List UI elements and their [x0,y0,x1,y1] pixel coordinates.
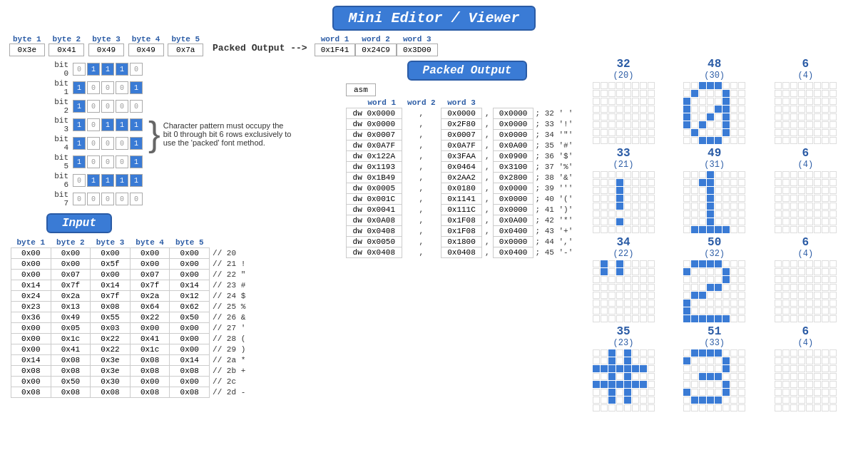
bit-cell-1-4[interactable]: 1 [130,81,143,94]
bit-cell-6-3[interactable]: 1 [116,174,128,187]
pixel-10-31 [738,373,745,380]
pixel-4-37 [723,203,730,210]
bit-cell-2-2[interactable]: 0 [101,100,114,113]
input-col-1: byte 2 [51,237,91,248]
bit-cell-5-1[interactable]: 0 [87,155,100,168]
pixel-7-27 [707,284,714,291]
pixel-grid-1 [683,82,745,144]
pixel-1-53 [723,129,730,136]
input-cell-3-3: 0x7f [130,280,170,291]
bit-cell-6-2[interactable]: 1 [101,174,114,187]
pixel-3-20 [624,187,631,194]
bit-cell-7-3[interactable]: 0 [116,193,128,205]
pixel-10-8 [683,357,690,364]
pixel-11-38 [822,381,829,388]
bit-cell-0-1[interactable]: 1 [87,63,100,76]
bit-cell-3-4[interactable]: 1 [130,118,143,131]
pixel-2-53 [814,129,821,136]
pixel-5-24 [775,195,782,202]
pixel-3-18 [608,187,616,194]
input-cell-13-2: 0x08 [91,387,131,398]
bit-cell-7-2[interactable]: 0 [101,193,114,205]
bit-cell-7-4[interactable]: 0 [130,193,143,205]
pixel-11-55 [829,397,837,404]
bit-cell-1-0[interactable]: 1 [73,81,86,94]
asm-tab[interactable]: asm [346,83,376,96]
bit-cell-4-0[interactable]: 1 [73,137,86,150]
pixel-4-59 [707,226,714,233]
bit-cell-4-4[interactable]: 1 [130,137,143,150]
bit-cell-1-1[interactable]: 0 [87,81,100,94]
pixel-1-28 [715,106,722,113]
pixel-5-45 [814,210,821,218]
bit-cell-3-0[interactable]: 1 [73,118,86,131]
input-cell-10-5: // 2a * [210,355,252,366]
pixel-8-9 [782,268,790,275]
byte-value-1: 0x41 [48,44,84,56]
pixel-3-54 [640,218,647,225]
pixel-9-3 [616,349,623,357]
bit-cell-0-2[interactable]: 1 [101,63,114,76]
pixel-1-2 [699,82,706,89]
out-comment-2: ; 34 '"' [533,130,575,140]
bit-cell-7-1[interactable]: 0 [87,193,100,205]
bit-cell-3-1[interactable]: 0 [87,118,100,131]
pixel-5-6 [822,171,829,178]
input-cell-11-2: 0x3e [91,366,131,377]
bit-cell-4-2[interactable]: 0 [101,137,114,150]
char-sub-7: (32) [704,249,725,259]
bit-cell-1-3[interactable]: 0 [116,81,128,94]
bit-cell-2-1[interactable]: 0 [87,100,100,113]
pixel-8-62 [822,315,829,322]
pixel-9-52 [624,397,631,404]
input-cell-4-1: 0x2a [51,291,91,302]
pixel-9-1 [601,349,608,357]
pixel-8-61 [814,315,821,322]
bit-cell-6-1[interactable]: 1 [87,174,100,187]
pixel-0-49 [601,129,608,136]
pixel-4-53 [723,218,730,225]
out-w2-6: 0x2AA2 [441,173,482,183]
input-cell-12-1: 0x50 [51,377,91,387]
bit-cell-6-4[interactable]: 1 [130,174,143,187]
input-cell-6-4: 0x50 [170,312,210,323]
bit-cell-5-2[interactable]: 0 [101,155,114,168]
pixel-4-60 [715,226,722,233]
pixel-9-27 [616,373,623,380]
pixel-1-36 [715,113,722,121]
input-cell-4-2: 0x7f [91,291,131,302]
pixel-7-59 [707,315,714,322]
bit-cell-0-3[interactable]: 1 [116,63,128,76]
pixel-11-11 [798,357,805,364]
bit-cell-5-0[interactable]: 1 [73,155,86,168]
pixel-7-36 [715,292,722,299]
pixel-2-42 [790,121,797,128]
pixel-9-36 [624,381,631,388]
pixel-6-10 [608,268,616,275]
pixel-5-19 [798,187,805,194]
bit-cell-5-4[interactable]: 1 [130,155,143,168]
bit-cell-5-3[interactable]: 0 [116,155,128,168]
bit-cell-2-0[interactable]: 1 [73,100,86,113]
pixel-3-11 [616,179,623,186]
byte-label-group-3: byte 4 0x49 [126,35,166,56]
bit-cell-1-2[interactable]: 0 [101,81,114,94]
bit-cell-0-4[interactable]: 0 [130,63,143,76]
bit-cell-6-0[interactable]: 0 [73,174,86,187]
bit-cell-0-0[interactable]: 0 [73,63,86,76]
bit-cell-3-3[interactable]: 1 [116,118,128,131]
out-w1-1: dw 0x0000 [347,119,402,130]
bit-cell-2-4[interactable]: 0 [130,100,143,113]
pixel-4-15 [738,179,745,186]
bit-cell-3-2[interactable]: 1 [101,118,114,131]
pixel-4-9 [691,179,698,186]
pixel-5-57 [782,226,790,233]
bit-cell-4-1[interactable]: 0 [87,137,100,150]
pixel-6-56 [593,315,600,322]
pixel-0-7 [648,82,655,89]
bit-cell-7-0[interactable]: 0 [73,193,86,205]
pixel-5-33 [782,203,790,210]
input-cell-0-3: 0x00 [130,248,170,259]
bit-cell-4-3[interactable]: 0 [116,137,128,150]
bit-cell-2-3[interactable]: 0 [116,100,128,113]
